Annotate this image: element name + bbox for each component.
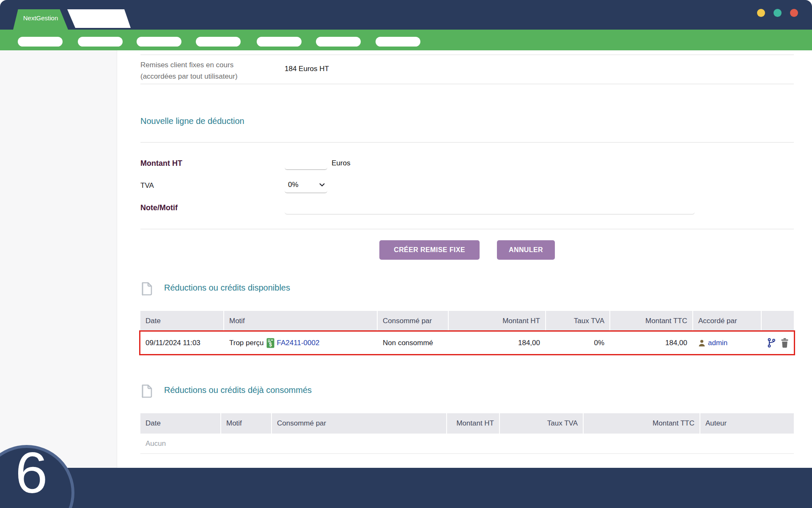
col-montant-ht: Montant HT bbox=[447, 413, 499, 434]
table-header-row: Date Motif Consommé par Montant HT Taux … bbox=[140, 311, 794, 331]
app-name: NextGestion bbox=[23, 14, 58, 25]
new-deduction-title: Nouvelle ligne de déduction bbox=[140, 116, 244, 126]
app-tab[interactable]: NextGestion bbox=[13, 9, 68, 30]
divider bbox=[140, 55, 794, 55]
nav-pill-7[interactable] bbox=[376, 37, 420, 47]
note-motif-label: Note/Motif bbox=[140, 203, 178, 212]
table-row: 09/11/2024 11:03 Trop perçu $ FA2411-000… bbox=[140, 331, 794, 354]
sidebar bbox=[0, 50, 117, 468]
cell-date: 09/11/2024 11:03 bbox=[140, 331, 223, 354]
note-motif-input[interactable] bbox=[285, 202, 695, 214]
montant-ht-input[interactable] bbox=[285, 157, 327, 170]
window-minimize-dot[interactable] bbox=[757, 9, 765, 17]
nav-pill-4[interactable] bbox=[196, 37, 241, 47]
current-discounts-label: Remises client fixes en cours (accordées… bbox=[140, 59, 238, 82]
window-close-dot[interactable] bbox=[790, 9, 798, 17]
window-maximize-dot[interactable] bbox=[774, 9, 782, 17]
cell-consomme-par: Non consommé bbox=[378, 331, 448, 354]
col-motif: Motif bbox=[224, 311, 377, 331]
motif-text: Trop perçu bbox=[229, 339, 264, 347]
available-credits-table: Date Motif Consommé par Montant HT Taux … bbox=[140, 311, 794, 354]
cell-actions bbox=[762, 331, 794, 354]
document-icon bbox=[141, 281, 153, 296]
col-montant-ht: Montant HT bbox=[449, 311, 545, 331]
bottom-bar bbox=[0, 468, 812, 508]
document-icon bbox=[141, 384, 153, 398]
montant-ht-label: Montant HT bbox=[140, 159, 182, 168]
user-icon bbox=[698, 339, 705, 347]
col-motif: Motif bbox=[221, 413, 271, 434]
main-content: Remises client fixes en cours (accordées… bbox=[140, 50, 794, 468]
cancel-button[interactable]: ANNULER bbox=[497, 240, 555, 260]
tva-select-value: 0% bbox=[288, 181, 299, 189]
divider bbox=[140, 84, 794, 84]
invoice-link[interactable]: FA2411-0002 bbox=[277, 339, 320, 347]
col-date: Date bbox=[140, 413, 220, 434]
divider bbox=[140, 229, 794, 229]
montant-ht-unit: Euros bbox=[332, 159, 350, 168]
cell-taux-tva: 0% bbox=[546, 331, 609, 354]
nav-pill-2[interactable] bbox=[78, 37, 123, 47]
current-discounts-value: 184 Euros HT bbox=[285, 65, 329, 73]
table-header-row: Date Motif Consommé par Montant HT Taux … bbox=[140, 413, 794, 434]
tva-label: TVA bbox=[140, 181, 154, 190]
consumed-credits-table: Date Motif Consommé par Montant HT Taux … bbox=[140, 413, 794, 454]
cell-motif: Trop perçu $ FA2411-0002 bbox=[224, 331, 377, 354]
empty-table-message: Aucun bbox=[140, 434, 794, 454]
nav-pill-5[interactable] bbox=[257, 37, 302, 47]
tva-select[interactable]: 0% bbox=[285, 179, 327, 193]
nav-pill-6[interactable] bbox=[316, 37, 361, 47]
col-date: Date bbox=[140, 311, 223, 331]
col-accorde-par: Accordé par bbox=[693, 311, 761, 331]
svg-text:$: $ bbox=[269, 341, 272, 347]
nav-pill-3[interactable] bbox=[137, 37, 181, 47]
page: NextGestion Remises client fixes en cour… bbox=[0, 0, 812, 508]
col-consomme-par: Consommé par bbox=[378, 311, 448, 331]
col-montant-ttc: Montant TTC bbox=[610, 311, 692, 331]
step-number: 6 bbox=[15, 443, 48, 502]
col-consomme-par: Consommé par bbox=[272, 413, 446, 434]
consumed-credits-title: Réductions ou crédits déjà consommés bbox=[164, 385, 312, 395]
delete-icon[interactable] bbox=[781, 338, 789, 348]
col-actions bbox=[762, 311, 794, 331]
cell-montant-ttc: 184,00 bbox=[610, 331, 692, 354]
col-montant-ttc: Montant TTC bbox=[584, 413, 700, 434]
chevron-down-icon bbox=[319, 183, 325, 187]
available-credits-title: Réductions ou crédits disponibles bbox=[164, 283, 290, 293]
invoice-icon: $ bbox=[266, 338, 274, 348]
col-taux-tva: Taux TVA bbox=[500, 413, 583, 434]
cell-accorde-par: admin bbox=[693, 331, 761, 354]
col-auteur: Auteur bbox=[700, 413, 794, 434]
window-title-bar: NextGestion bbox=[0, 0, 812, 30]
split-credit-icon[interactable] bbox=[767, 338, 776, 348]
cell-montant-ht: 184,00 bbox=[449, 331, 545, 354]
redacted-tab[interactable] bbox=[67, 9, 131, 28]
main-navbar bbox=[0, 30, 812, 50]
divider bbox=[140, 142, 794, 143]
create-fixed-discount-button[interactable]: CRÉER REMISE FIXE bbox=[379, 240, 480, 260]
granted-by-link[interactable]: admin bbox=[708, 339, 727, 347]
nav-pill-1[interactable] bbox=[18, 37, 63, 47]
col-taux-tva: Taux TVA bbox=[546, 311, 609, 331]
